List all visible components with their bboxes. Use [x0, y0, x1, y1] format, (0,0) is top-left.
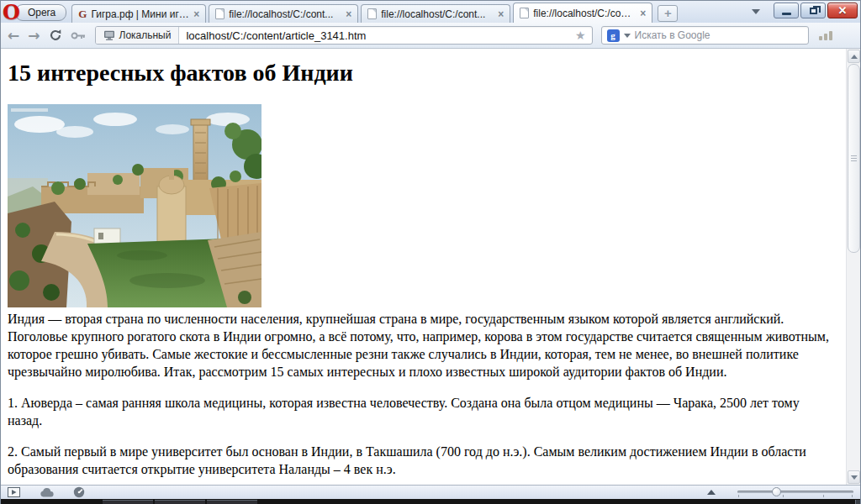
article-paragraph: 1. Аюверда – самая ранняя школа медицины… [8, 394, 836, 429]
panels-toggle-button[interactable] [8, 487, 21, 497]
article-photo-chittorgarh [8, 104, 261, 307]
tab-title: Гигра.рф | Мини игры... [91, 8, 189, 20]
url-input[interactable] [179, 29, 568, 42]
viewport: 15 интересных фактов об Индии [1, 49, 860, 485]
minimize-button[interactable] [774, 3, 799, 18]
zoom-controls [707, 486, 853, 499]
local-monitor-icon [103, 30, 115, 40]
page-favicon-icon [520, 8, 529, 18]
vertical-scrollbar[interactable] [846, 49, 860, 485]
navigation-toolbar: ← → Локальный [1, 23, 860, 49]
reload-button[interactable] [49, 29, 62, 42]
fit-to-width-icon[interactable] [707, 490, 716, 495]
tab-gigra[interactable]: G Гигра.рф | Мини игры... × [71, 4, 206, 23]
tab-local-file-2[interactable]: file://localhost/C:/cont... × [361, 4, 510, 23]
security-badge-label: Локальный [119, 29, 172, 41]
close-icon: ✕ [838, 5, 848, 16]
usage-bars-icon[interactable] [819, 31, 832, 40]
zoom-slider-track[interactable] [737, 491, 853, 493]
close-tab-icon[interactable]: × [346, 10, 351, 18]
scrollbar-grip-icon [851, 155, 857, 163]
search-engine-chevron-icon[interactable] [624, 34, 631, 38]
taskbar-button[interactable] [103, 500, 153, 504]
tab-local-file-1[interactable]: file://localhost/C:/cont... × [209, 4, 358, 23]
arrow-down-icon [851, 475, 858, 480]
close-tab-icon[interactable]: × [640, 9, 646, 18]
scroll-up-button[interactable] [848, 50, 860, 63]
taskbar-button[interactable] [155, 500, 205, 504]
forward-button[interactable]: → [28, 29, 40, 43]
web-page: 15 интересных фактов об Индии [1, 49, 846, 485]
reload-icon [49, 29, 62, 42]
tab-title: file://localhost/C:/cont... [381, 8, 494, 20]
key-icon [71, 31, 87, 40]
status-bar [1, 485, 860, 499]
page-favicon-icon [367, 8, 377, 19]
show-desktop-button[interactable] [855, 500, 860, 504]
close-window-button[interactable]: ✕ [827, 3, 858, 18]
security-badge[interactable]: Локальный [96, 27, 180, 44]
close-tab-icon[interactable]: × [193, 10, 199, 18]
tab-bar: O Opera G Гигра.рф | Мини игры... × file… [1, 1, 860, 23]
zoom-slider-handle[interactable] [772, 487, 781, 496]
article-paragraph: Индия — вторая страна по численности нас… [8, 310, 836, 381]
restore-icon [810, 8, 817, 14]
article-paragraph: 2. Самый первый в мире университет был о… [8, 443, 836, 478]
search-box[interactable]: g [601, 26, 809, 45]
cloud-icon [40, 488, 55, 497]
opera-menu-label: Opera [15, 4, 66, 21]
address-bar[interactable]: Локальный ★ [95, 26, 593, 45]
speedometer-icon [73, 486, 85, 498]
page-favicon-icon [215, 8, 224, 19]
taskbar-button[interactable] [207, 500, 257, 504]
window-controls: ✕ [774, 3, 858, 18]
back-button[interactable]: ← [8, 29, 19, 43]
tab-local-file-3-active[interactable]: file://localhost/C:/cont... × [513, 3, 652, 23]
opera-turbo-button[interactable] [73, 486, 85, 498]
opera-menu-button[interactable]: O Opera [3, 3, 66, 23]
scrollbar-thumb[interactable] [848, 64, 860, 253]
new-tab-button[interactable]: + [658, 5, 678, 22]
opera-link-button[interactable] [40, 488, 55, 497]
windows-taskbar-edge[interactable] [1, 499, 860, 504]
tab-list-chevron-icon[interactable] [752, 9, 760, 14]
browser-window: O Opera G Гигра.рф | Мини игры... × file… [0, 0, 861, 504]
google-engine-icon[interactable]: g [607, 29, 620, 42]
zoom-slider[interactable] [737, 487, 853, 497]
search-input[interactable] [635, 29, 803, 41]
panels-icon [8, 487, 21, 497]
arrow-up-icon [851, 55, 858, 59]
password-wand-button[interactable] [71, 31, 87, 40]
close-tab-icon[interactable]: × [498, 10, 504, 18]
page-title: 15 интересных фактов об Индии [8, 60, 839, 87]
restore-button[interactable] [800, 3, 826, 18]
opera-logo-icon: O [3, 3, 20, 22]
scroll-down-button[interactable] [848, 470, 860, 484]
minimize-icon [782, 13, 791, 15]
tab-title: file://localhost/C:/cont... [533, 8, 636, 19]
bookmark-star-icon[interactable]: ★ [569, 29, 592, 42]
tab-title: file://localhost/C:/cont... [229, 8, 341, 20]
gigra-favicon: G [78, 8, 87, 21]
